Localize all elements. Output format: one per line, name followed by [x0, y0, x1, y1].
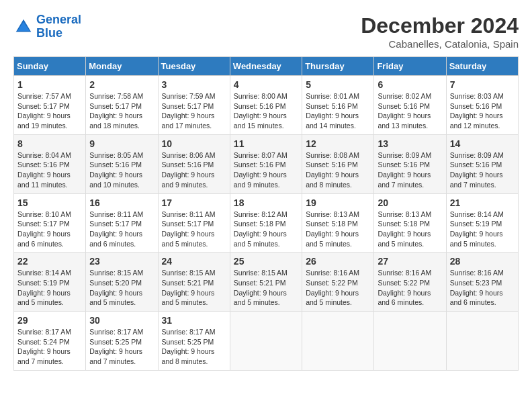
day-number: 7: [450, 79, 515, 90]
col-wednesday: Wednesday: [230, 57, 302, 76]
calendar-row: 1 Sunrise: 7:57 AM Sunset: 5:17 PM Dayli…: [14, 76, 519, 135]
day-info: Sunrise: 8:14 AM Sunset: 5:19 PM Dayligh…: [17, 268, 82, 308]
day-number: 14: [450, 138, 515, 149]
calendar-cell: 24 Sunrise: 8:15 AM Sunset: 5:21 PM Dayl…: [158, 253, 230, 312]
title-area: December 2024 Cabanelles, Catalonia, Spa…: [361, 13, 519, 50]
col-saturday: Saturday: [446, 57, 518, 76]
day-number: 23: [89, 256, 154, 267]
day-number: 27: [378, 256, 442, 267]
day-info: Sunrise: 8:12 AM Sunset: 5:18 PM Dayligh…: [234, 210, 298, 249]
day-info: Sunrise: 8:15 AM Sunset: 5:21 PM Dayligh…: [234, 268, 298, 308]
calendar-cell: 10 Sunrise: 8:06 AM Sunset: 5:16 PM Dayl…: [158, 134, 230, 193]
day-info: Sunrise: 8:04 AM Sunset: 5:16 PM Dayligh…: [17, 150, 82, 190]
day-info: Sunrise: 8:11 AM Sunset: 5:17 PM Dayligh…: [162, 210, 226, 249]
col-tuesday: Tuesday: [158, 57, 230, 76]
day-number: 16: [89, 197, 154, 208]
calendar-cell: 4 Sunrise: 8:00 AM Sunset: 5:16 PM Dayli…: [230, 76, 302, 135]
day-info: Sunrise: 8:11 AM Sunset: 5:17 PM Dayligh…: [89, 210, 154, 249]
col-friday: Friday: [374, 57, 446, 76]
col-monday: Monday: [86, 57, 158, 76]
calendar-cell: 31 Sunrise: 8:17 AM Sunset: 5:25 PM Dayl…: [158, 312, 230, 371]
day-number: 13: [378, 138, 442, 149]
day-number: 17: [162, 197, 226, 208]
day-number: 30: [89, 315, 154, 326]
calendar-cell: 18 Sunrise: 8:12 AM Sunset: 5:18 PM Dayl…: [230, 193, 302, 253]
calendar-cell: 3 Sunrise: 7:59 AM Sunset: 5:17 PM Dayli…: [158, 76, 230, 135]
day-info: Sunrise: 8:08 AM Sunset: 5:16 PM Dayligh…: [306, 150, 370, 190]
day-info: Sunrise: 8:17 AM Sunset: 5:25 PM Dayligh…: [162, 327, 226, 367]
calendar-cell: 5 Sunrise: 8:01 AM Sunset: 5:16 PM Dayli…: [302, 76, 374, 135]
day-info: Sunrise: 8:16 AM Sunset: 5:23 PM Dayligh…: [450, 268, 515, 308]
logo: General Blue: [13, 13, 81, 40]
calendar-table: Sunday Monday Tuesday Wednesday Thursday…: [13, 56, 519, 371]
day-info: Sunrise: 7:59 AM Sunset: 5:17 PM Dayligh…: [162, 91, 226, 131]
calendar-cell: 30 Sunrise: 8:17 AM Sunset: 5:25 PM Dayl…: [86, 312, 158, 371]
calendar-row: 15 Sunrise: 8:10 AM Sunset: 5:17 PM Dayl…: [14, 193, 519, 253]
day-info: Sunrise: 8:01 AM Sunset: 5:16 PM Dayligh…: [306, 91, 370, 131]
calendar-row: 22 Sunrise: 8:14 AM Sunset: 5:19 PM Dayl…: [14, 253, 519, 312]
day-info: Sunrise: 8:17 AM Sunset: 5:25 PM Dayligh…: [89, 327, 154, 367]
calendar-cell: 23 Sunrise: 8:15 AM Sunset: 5:20 PM Dayl…: [86, 253, 158, 312]
calendar-cell: 25 Sunrise: 8:15 AM Sunset: 5:21 PM Dayl…: [230, 253, 302, 312]
day-info: Sunrise: 8:16 AM Sunset: 5:22 PM Dayligh…: [306, 268, 370, 308]
day-info: Sunrise: 8:09 AM Sunset: 5:16 PM Dayligh…: [378, 150, 442, 190]
calendar-cell: 26 Sunrise: 8:16 AM Sunset: 5:22 PM Dayl…: [302, 253, 374, 312]
day-number: 18: [234, 197, 298, 208]
calendar-cell: 15 Sunrise: 8:10 AM Sunset: 5:17 PM Dayl…: [14, 193, 86, 253]
day-info: Sunrise: 8:06 AM Sunset: 5:16 PM Dayligh…: [162, 150, 226, 190]
day-info: Sunrise: 8:02 AM Sunset: 5:16 PM Dayligh…: [378, 91, 442, 131]
day-info: Sunrise: 8:13 AM Sunset: 5:18 PM Dayligh…: [306, 210, 370, 249]
calendar-cell: 29 Sunrise: 8:17 AM Sunset: 5:24 PM Dayl…: [14, 312, 86, 371]
day-number: 15: [17, 197, 82, 208]
day-info: Sunrise: 8:05 AM Sunset: 5:16 PM Dayligh…: [89, 150, 154, 190]
day-number: 21: [450, 197, 515, 208]
calendar-cell: 2 Sunrise: 7:58 AM Sunset: 5:17 PM Dayli…: [86, 76, 158, 135]
day-number: 31: [162, 315, 226, 326]
day-number: 3: [162, 79, 226, 90]
day-number: 22: [17, 256, 82, 267]
day-number: 2: [89, 79, 154, 90]
calendar-cell: 14 Sunrise: 8:09 AM Sunset: 5:16 PM Dayl…: [446, 134, 518, 193]
calendar-cell: 28 Sunrise: 8:16 AM Sunset: 5:23 PM Dayl…: [446, 253, 518, 312]
col-sunday: Sunday: [14, 57, 86, 76]
header: General Blue December 2024 Cabanelles, C…: [13, 13, 519, 50]
day-info: Sunrise: 8:13 AM Sunset: 5:18 PM Dayligh…: [378, 210, 442, 249]
month-title: December 2024: [361, 13, 519, 38]
calendar-cell: 27 Sunrise: 8:16 AM Sunset: 5:22 PM Dayl…: [374, 253, 446, 312]
day-info: Sunrise: 8:15 AM Sunset: 5:21 PM Dayligh…: [162, 268, 226, 308]
calendar-cell: [302, 312, 374, 371]
calendar-cell: 21 Sunrise: 8:14 AM Sunset: 5:19 PM Dayl…: [446, 193, 518, 253]
day-number: 11: [234, 138, 298, 149]
day-info: Sunrise: 8:07 AM Sunset: 5:16 PM Dayligh…: [234, 150, 298, 190]
calendar-row: 29 Sunrise: 8:17 AM Sunset: 5:24 PM Dayl…: [14, 312, 519, 371]
calendar-cell: 12 Sunrise: 8:08 AM Sunset: 5:16 PM Dayl…: [302, 134, 374, 193]
calendar-cell: 11 Sunrise: 8:07 AM Sunset: 5:16 PM Dayl…: [230, 134, 302, 193]
calendar-cell: 13 Sunrise: 8:09 AM Sunset: 5:16 PM Dayl…: [374, 134, 446, 193]
calendar-cell: 17 Sunrise: 8:11 AM Sunset: 5:17 PM Dayl…: [158, 193, 230, 253]
day-number: 28: [450, 256, 515, 267]
logo-icon: [13, 17, 34, 37]
calendar-cell: 16 Sunrise: 8:11 AM Sunset: 5:17 PM Dayl…: [86, 193, 158, 253]
calendar-cell: 9 Sunrise: 8:05 AM Sunset: 5:16 PM Dayli…: [86, 134, 158, 193]
calendar-cell: 22 Sunrise: 8:14 AM Sunset: 5:19 PM Dayl…: [14, 253, 86, 312]
day-info: Sunrise: 8:10 AM Sunset: 5:17 PM Dayligh…: [17, 210, 82, 249]
day-info: Sunrise: 8:14 AM Sunset: 5:19 PM Dayligh…: [450, 210, 515, 249]
day-number: 12: [306, 138, 370, 149]
day-number: 9: [89, 138, 154, 149]
day-info: Sunrise: 8:17 AM Sunset: 5:24 PM Dayligh…: [17, 327, 82, 367]
calendar-cell: 1 Sunrise: 7:57 AM Sunset: 5:17 PM Dayli…: [14, 76, 86, 135]
day-number: 10: [162, 138, 226, 149]
day-info: Sunrise: 8:00 AM Sunset: 5:16 PM Dayligh…: [234, 91, 298, 131]
header-row: Sunday Monday Tuesday Wednesday Thursday…: [14, 57, 519, 76]
day-number: 24: [162, 256, 226, 267]
calendar-cell: 20 Sunrise: 8:13 AM Sunset: 5:18 PM Dayl…: [374, 193, 446, 253]
day-number: 19: [306, 197, 370, 208]
day-number: 1: [17, 79, 82, 90]
day-info: Sunrise: 8:03 AM Sunset: 5:16 PM Dayligh…: [450, 91, 515, 131]
calendar-cell: [230, 312, 302, 371]
day-info: Sunrise: 7:57 AM Sunset: 5:17 PM Dayligh…: [17, 91, 82, 131]
logo-text: General Blue: [36, 13, 81, 40]
calendar-cell: [374, 312, 446, 371]
day-number: 5: [306, 79, 370, 90]
day-number: 6: [378, 79, 442, 90]
